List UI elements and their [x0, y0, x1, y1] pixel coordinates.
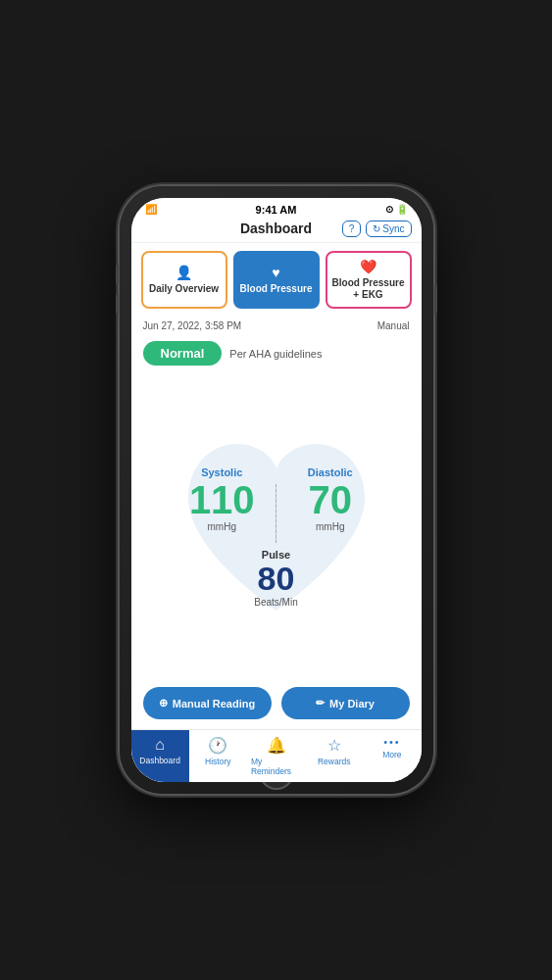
dashboard-icon: ⌂: [155, 736, 165, 754]
heart-content: Systolic 110 mmHg Diastolic 70 mmHg Puls…: [169, 466, 384, 608]
nav-item-history[interactable]: 🕐 History: [189, 730, 247, 782]
tab-bp-ekg[interactable]: ❤️ Blood Pressure + EKG: [326, 251, 412, 309]
nav-item-more[interactable]: ••• More: [363, 730, 421, 782]
pulse-row: Pulse 80 Beats/Min: [254, 549, 297, 608]
header-actions: ? ↻ Sync: [342, 220, 412, 237]
my-diary-label: My Diary: [329, 698, 375, 710]
ekg-icon: ❤️: [360, 259, 376, 274]
more-icon: •••: [383, 736, 401, 748]
rewards-icon: ☆: [327, 736, 341, 755]
dashboard-nav-label: Dashboard: [139, 756, 180, 765]
status-section: Normal Per AHA guidelines: [131, 335, 422, 371]
status-time: 9:41 AM: [256, 204, 297, 216]
nav-item-reminders[interactable]: 🔔 My Reminders: [247, 730, 305, 782]
history-nav-label: History: [205, 757, 230, 766]
tab-blood-pressure[interactable]: ♥ Blood Pressure: [233, 251, 320, 309]
systolic-label: Systolic: [201, 466, 242, 478]
pulse-unit: Beats/Min: [254, 597, 297, 608]
history-icon: 🕐: [208, 736, 227, 755]
diastolic-col: Diastolic 70 mmHg: [276, 466, 384, 532]
bp-icon: ♥: [272, 265, 279, 280]
screen-icon: ⊙: [385, 204, 393, 215]
phone-btn-vol2: [116, 294, 119, 314]
systolic-col: Systolic 110 mmHg: [169, 466, 276, 532]
pulse-value: 80: [258, 561, 295, 597]
tab-selector: 👤 Daily Overview ♥ Blood Pressure ❤️ Blo…: [131, 243, 422, 317]
status-bar: 📶 9:41 AM ⊙ 🔋: [131, 198, 422, 217]
reminders-nav-label: My Reminders: [251, 757, 301, 776]
reading-date: Jun 27, 2022, 3:58 PM: [143, 320, 242, 331]
diastolic-label: Diastolic: [308, 466, 353, 478]
phone-outer: 📶 9:41 AM ⊙ 🔋 Dashboard ? ↻ Sync: [120, 186, 433, 794]
help-button[interactable]: ?: [342, 220, 362, 237]
pulse-label: Pulse: [262, 549, 290, 561]
phone-screen: 📶 9:41 AM ⊙ 🔋 Dashboard ? ↻ Sync: [131, 198, 422, 782]
more-nav-label: More: [382, 750, 401, 760]
bottom-nav: ⌂ Dashboard 🕐 History 🔔 My Reminders ☆ R…: [131, 729, 422, 782]
wifi-icon: 📶: [145, 204, 157, 215]
reading-type: Manual: [377, 320, 410, 331]
normal-badge: Normal: [143, 341, 223, 366]
nav-item-rewards[interactable]: ☆ Rewards: [305, 730, 363, 782]
manual-reading-label: Manual Reading: [173, 698, 255, 710]
sync-label: Sync: [382, 223, 404, 234]
sync-icon: ↻: [373, 223, 380, 234]
status-left: 📶: [145, 204, 157, 215]
heart-bg: Systolic 110 mmHg Diastolic 70 mmHg Puls…: [169, 424, 384, 630]
battery-icon: 🔋: [396, 204, 408, 215]
tab-daily-overview[interactable]: 👤 Daily Overview: [141, 251, 227, 309]
plus-circle-icon: ⊕: [159, 697, 168, 710]
app-header: Dashboard ? ↻ Sync: [131, 217, 422, 243]
heart-container: Systolic 110 mmHg Diastolic 70 mmHg Puls…: [131, 371, 422, 679]
nav-item-dashboard[interactable]: ⌂ Dashboard: [131, 730, 189, 782]
bp-row: Systolic 110 mmHg Diastolic 70 mmHg: [169, 466, 384, 543]
rewards-nav-label: Rewards: [318, 757, 351, 766]
diastolic-value: 70: [309, 480, 353, 519]
guideline-text: Per AHA guidelines: [229, 348, 322, 360]
phone-btn-power: [434, 284, 437, 314]
meta-row: Jun 27, 2022, 3:58 PM Manual: [131, 317, 422, 335]
reminders-icon: 🔔: [267, 736, 286, 755]
ekg-label: Blood Pressure + EKG: [331, 277, 406, 301]
diary-icon: ✏: [316, 697, 325, 710]
bp-tab-label: Blood Pressure: [240, 283, 313, 295]
systolic-value: 110: [189, 480, 255, 519]
my-diary-button[interactable]: ✏ My Diary: [281, 687, 410, 719]
systolic-unit: mmHg: [208, 521, 236, 532]
status-right: ⊙ 🔋: [385, 204, 408, 215]
phone-btn-vol1: [116, 265, 119, 284]
action-buttons: ⊕ Manual Reading ✏ My Diary: [131, 679, 422, 729]
header-title: Dashboard: [240, 220, 312, 236]
question-icon: ?: [349, 223, 355, 234]
sync-button[interactable]: ↻ Sync: [366, 220, 411, 237]
daily-label: Daily Overview: [149, 283, 219, 295]
manual-reading-button[interactable]: ⊕ Manual Reading: [143, 687, 272, 719]
daily-icon: 👤: [176, 265, 192, 280]
diastolic-unit: mmHg: [316, 521, 344, 532]
